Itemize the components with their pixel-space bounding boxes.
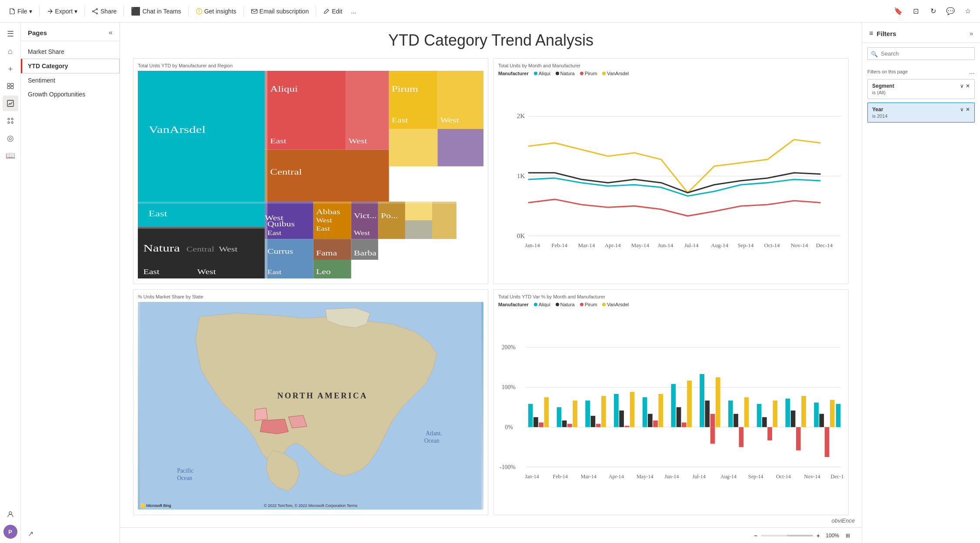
svg-rect-128 xyxy=(716,377,720,427)
nav-browse[interactable] xyxy=(3,78,18,94)
year-filter-label: Year xyxy=(872,106,883,113)
svg-text:Oct-14: Oct-14 xyxy=(764,242,780,248)
comment-button[interactable]: 💬 xyxy=(943,4,957,18)
favorite-button[interactable]: ☆ xyxy=(961,4,975,18)
svg-text:2K: 2K xyxy=(517,112,525,119)
svg-rect-124 xyxy=(700,374,704,427)
layout-button[interactable]: ⊡ xyxy=(909,4,923,18)
email-subscription-button[interactable]: Email subscription xyxy=(247,5,313,17)
svg-text:Fama: Fama xyxy=(316,249,337,257)
svg-rect-108 xyxy=(585,401,590,427)
zoom-out-button[interactable]: − xyxy=(752,531,759,540)
bar-chart-legend: Manufacturer Aliqui Natura Pirum VanArsd… xyxy=(498,302,844,307)
svg-text:100%: 100% xyxy=(502,384,516,391)
nav-goals[interactable]: ◎ xyxy=(3,130,18,146)
svg-text:Atlant.: Atlant. xyxy=(426,430,442,437)
filters-expand-button[interactable]: » xyxy=(970,30,973,37)
edit-label: Edit xyxy=(332,8,342,15)
filters-more-button[interactable]: ... xyxy=(969,68,975,76)
svg-rect-102 xyxy=(539,423,543,427)
bar-chart-container: Total Units YTD Var % by Month and Manuf… xyxy=(493,289,849,515)
bookmark-button[interactable]: 🔖 xyxy=(891,4,905,18)
chat-in-teams-button[interactable]: ⬛ Chat in Teams xyxy=(127,4,184,19)
svg-rect-136 xyxy=(773,401,777,427)
svg-rect-145 xyxy=(836,404,841,427)
nav-add[interactable]: ＋ xyxy=(3,61,18,76)
svg-rect-134 xyxy=(762,417,767,427)
page-item-growth-opportunities[interactable]: Growth Opportunities xyxy=(21,87,120,101)
segment-clear[interactable]: ✕ xyxy=(966,83,970,89)
map-area[interactable]: NORTH AMERICA Pacific Ocean Atlant. Ocea… xyxy=(138,302,483,510)
svg-text:Mar-14: Mar-14 xyxy=(578,242,595,248)
nav-home[interactable]: ⌂ xyxy=(3,43,18,59)
file-button[interactable]: File ▾ xyxy=(5,5,36,17)
pages-expand-button[interactable]: ↗ xyxy=(28,530,33,537)
segment-filter-card[interactable]: Segment ∨ ✕ is (All) xyxy=(867,79,975,99)
svg-text:Po...: Po... xyxy=(381,212,398,220)
svg-rect-140 xyxy=(801,396,806,427)
treemap[interactable]: VanArsdel East Aliqui East West Pirum xyxy=(138,71,483,278)
page-item-ytd-category[interactable]: YTD Category xyxy=(21,59,120,73)
svg-text:0%: 0% xyxy=(505,424,513,430)
nav-learn[interactable]: 📖 xyxy=(3,148,18,163)
zoom-level: 100% xyxy=(823,533,839,539)
nav-menu[interactable]: ☰ xyxy=(3,26,18,42)
divider-5 xyxy=(243,6,244,17)
svg-text:Jan-14: Jan-14 xyxy=(525,473,539,480)
svg-rect-141 xyxy=(814,403,819,427)
svg-rect-8 xyxy=(11,86,13,89)
bar-legend-natura: Natura xyxy=(556,302,575,307)
svg-rect-6 xyxy=(11,83,13,86)
bar-legend-manufacturer: Manufacturer xyxy=(498,302,529,307)
svg-text:West: West xyxy=(219,245,238,253)
svg-rect-132 xyxy=(744,397,749,427)
year-clear[interactable]: ✕ xyxy=(966,106,970,113)
get-insights-button[interactable]: Get insights xyxy=(192,5,240,17)
svg-text:Currus: Currus xyxy=(267,247,293,255)
pages-collapse-button[interactable]: « xyxy=(109,29,113,36)
year-chevron[interactable]: ∨ xyxy=(960,106,964,113)
main-layout: ☰ ⌂ ＋ ◎ 📖 P Pages « Market Share xyxy=(0,23,980,543)
nav-report[interactable] xyxy=(3,96,18,111)
refresh-button[interactable]: ↻ xyxy=(926,4,940,18)
more-button[interactable]: ... xyxy=(347,5,360,17)
svg-point-12 xyxy=(8,122,10,123)
nav-apps[interactable] xyxy=(3,113,18,129)
svg-rect-9 xyxy=(7,100,13,106)
year-filter-card[interactable]: Year ∨ ✕ is 2014 xyxy=(867,103,975,123)
report-canvas: YTD Category Trend Analysis Total Units … xyxy=(120,23,862,527)
nav-people[interactable] xyxy=(3,507,18,522)
export-button[interactable]: Export ▾ xyxy=(43,5,81,17)
svg-rect-142 xyxy=(819,414,824,427)
share-button[interactable]: Share xyxy=(88,5,120,17)
svg-text:West: West xyxy=(316,217,332,224)
line-chart-container: Total Units by Month and Manufacturer Ma… xyxy=(493,58,849,284)
svg-point-13 xyxy=(11,122,13,123)
page-item-market-share[interactable]: Market Share xyxy=(21,45,120,59)
svg-point-0 xyxy=(97,8,98,10)
svg-rect-106 xyxy=(567,424,572,427)
year-filter-header: Year ∨ ✕ xyxy=(872,106,970,113)
svg-text:Pirum: Pirum xyxy=(392,84,418,94)
svg-text:May-14: May-14 xyxy=(637,473,653,480)
bar-chart-svg: 200% 100% 0% -100% xyxy=(498,309,844,512)
svg-rect-107 xyxy=(573,401,577,427)
fit-page-button[interactable]: ⊞ xyxy=(841,529,855,543)
svg-rect-120 xyxy=(671,384,676,427)
svg-text:East: East xyxy=(316,225,330,232)
edit-button[interactable]: Edit xyxy=(320,5,346,17)
segment-chevron[interactable]: ∨ xyxy=(960,83,964,89)
zoom-in-button[interactable]: + xyxy=(815,531,822,540)
charts-grid: Total Units YTD by Manufacturer and Regi… xyxy=(133,58,849,515)
svg-text:Dec-14: Dec-14 xyxy=(830,473,844,480)
user-avatar[interactable]: P xyxy=(3,524,18,540)
page-item-sentiment[interactable]: Sentiment xyxy=(21,73,120,87)
map-title: % Units Market Share by State xyxy=(138,294,483,299)
filters-search-input[interactable] xyxy=(867,47,975,60)
report-title: YTD Category Trend Analysis xyxy=(133,31,849,50)
svg-rect-117 xyxy=(648,414,653,427)
svg-rect-143 xyxy=(825,427,830,457)
export-label: Export xyxy=(55,8,73,15)
line-chart-legend: Manufacturer Aliqui Natura Pirum VanArsd… xyxy=(498,71,844,76)
left-nav: ☰ ⌂ ＋ ◎ 📖 P xyxy=(0,23,21,543)
